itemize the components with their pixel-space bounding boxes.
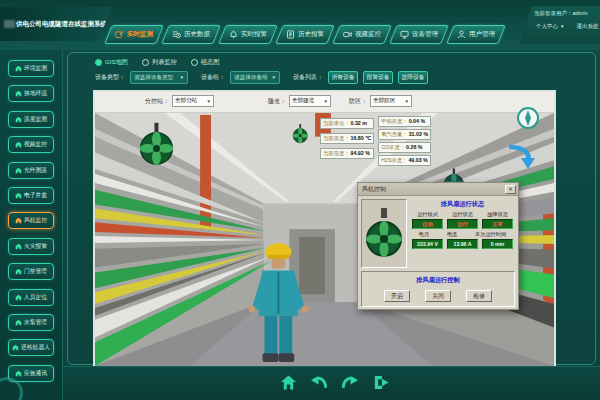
tab-video-monitor[interactable]: 视频监控 bbox=[332, 25, 392, 44]
sidebar-item-manhole-cover[interactable]: 电子井盖 bbox=[8, 187, 54, 204]
button-label: 故障设备 bbox=[401, 73, 424, 82]
video-monitor-icon bbox=[343, 30, 352, 39]
sidebar-item-label: 环境监测 bbox=[24, 64, 47, 73]
button-label: 报警设备 bbox=[366, 73, 389, 82]
sidebar-item-label: 电子井盖 bbox=[24, 191, 47, 200]
sidebar-item-inspection-robot[interactable]: 巡检机器人 bbox=[8, 339, 54, 356]
device-type-select[interactable]: 请选择设备类型▼ bbox=[130, 71, 188, 84]
tab-label: 视频监控 bbox=[355, 30, 381, 39]
logout-link[interactable]: 退出系统 bbox=[576, 23, 598, 30]
fault-devices-button[interactable]: 故障设备 bbox=[398, 71, 428, 84]
zone-label: 防区： bbox=[349, 97, 367, 106]
sidebar-item-personnel-location[interactable]: 人员定位 bbox=[8, 289, 54, 306]
user-box: 当前登录用户：admin 个人中心 ▼ 退出系统 bbox=[520, 6, 600, 44]
chevron-down-icon: ▼ bbox=[207, 99, 211, 104]
tunnel-select[interactable]: 全部隧道▼ bbox=[289, 95, 331, 107]
station-select[interactable]: 全部分站▼ bbox=[172, 95, 214, 107]
redacted-company-name bbox=[4, 20, 15, 28]
select-value: 全部隧道 bbox=[292, 97, 314, 105]
close-icon[interactable]: ✕ bbox=[505, 185, 516, 194]
humidity-readout: 当前湿度：94.92 % bbox=[320, 148, 374, 159]
fault-state-header: 故障状态 bbox=[487, 211, 508, 218]
view-mode-radios: GIS地图 列表监控 组态图 bbox=[95, 58, 219, 67]
fan-stop-button[interactable]: 关闭 bbox=[425, 290, 451, 302]
sidebar-item-label: 巡检机器人 bbox=[21, 343, 50, 352]
sidebar-item-label: 温度监测 bbox=[24, 115, 47, 124]
house-icon bbox=[15, 65, 22, 72]
zone-select[interactable]: 全部防区▼ bbox=[370, 95, 412, 107]
h2s-readout: H2S浓度：49.03 % bbox=[378, 155, 431, 166]
tab-label: 实时监测 bbox=[127, 30, 153, 39]
personal-center-link[interactable]: 个人中心 bbox=[536, 23, 558, 30]
liquid-level-readout: 当前液位：0.32 m bbox=[320, 118, 374, 129]
sidebar-item-label: 风机监控 bbox=[24, 216, 47, 225]
sidebar-item-water-pump[interactable]: 水泵管理 bbox=[8, 314, 54, 331]
sidebar-item-temperature[interactable]: 温度监测 bbox=[8, 111, 54, 128]
tab-label: 设备管理 bbox=[412, 30, 438, 39]
tab-user-manage[interactable]: 用户管理 bbox=[446, 25, 506, 44]
history-data-icon bbox=[172, 30, 181, 39]
readout-value: 49.03 % bbox=[408, 157, 427, 164]
house-icon bbox=[15, 319, 22, 326]
temperature-readout: 当前温度：16.80 ℃ bbox=[320, 133, 374, 144]
readout-label: 当前温度： bbox=[323, 135, 349, 142]
device-type-label: 设备类型： bbox=[95, 73, 125, 82]
sidebar: 环境监测 接地环流 温度监测 视频监控 光纤测温 电子井盖 风机监控 火灾报警 … bbox=[0, 50, 63, 400]
tab-realtime-alarm[interactable]: 实时报警 bbox=[218, 25, 278, 44]
select-value: 全部分站 bbox=[175, 97, 197, 105]
compass-control[interactable] bbox=[516, 106, 540, 130]
all-devices-button[interactable]: 所有设备 bbox=[328, 71, 358, 84]
current-led: 13.96 A bbox=[447, 239, 478, 249]
tab-label: 历史报警 bbox=[298, 30, 324, 39]
readout-value: 0.32 m bbox=[350, 120, 367, 127]
device-group-select[interactable]: 请选择设备组▼ bbox=[230, 71, 280, 84]
sidebar-item-environment[interactable]: 环境监测 bbox=[8, 60, 54, 77]
dialog-title-bar[interactable]: 风机控制 ✕ bbox=[358, 183, 518, 196]
radio-gis-map[interactable]: GIS地图 bbox=[95, 58, 128, 67]
readout-label: 当前液位： bbox=[323, 120, 349, 127]
exit-icon[interactable] bbox=[372, 374, 390, 391]
back-icon[interactable] bbox=[310, 374, 328, 391]
control-heading: 排风扇运行控制 bbox=[416, 276, 459, 285]
sidebar-item-fiber-temp[interactable]: 光纤测温 bbox=[8, 162, 54, 179]
alarm-devices-button[interactable]: 报警设备 bbox=[363, 71, 393, 84]
sidebar-item-ground-current[interactable]: 接地环流 bbox=[8, 85, 54, 102]
house-icon bbox=[15, 141, 22, 148]
sidebar-item-fire-alarm[interactable]: 火灾报警 bbox=[8, 238, 54, 255]
readout-label: 甲烷浓度： bbox=[381, 118, 407, 125]
voltage-led: 222.94 V bbox=[412, 239, 443, 249]
user-manage-icon bbox=[457, 30, 466, 39]
tab-history-data[interactable]: 历史数据 bbox=[161, 25, 221, 44]
fan-start-button[interactable]: 开启 bbox=[384, 290, 410, 302]
home-icon[interactable] bbox=[280, 374, 297, 391]
station-label: 分控站： bbox=[145, 97, 169, 106]
house-icon bbox=[12, 344, 19, 351]
radio-scada-view[interactable]: 组态图 bbox=[191, 58, 220, 67]
sidebar-item-label: 人员定位 bbox=[24, 293, 47, 302]
fan-maintain-button[interactable]: 检修 bbox=[466, 290, 492, 302]
filter-bar: 分控站： 全部分站▼ 隧道： 全部隧道▼ 防区： 全部防区▼ bbox=[95, 92, 554, 113]
sidebar-item-access-control[interactable]: 门禁管理 bbox=[8, 263, 54, 280]
house-icon bbox=[15, 90, 22, 97]
sidebar-item-label: 接地环流 bbox=[24, 89, 47, 98]
device-manage-icon bbox=[400, 30, 409, 39]
runtime-header: 本次运行时间 bbox=[475, 231, 506, 238]
tab-realtime-monitor[interactable]: 实时监测 bbox=[104, 25, 164, 44]
sidebar-item-video[interactable]: 视频监控 bbox=[8, 136, 54, 153]
forward-icon[interactable] bbox=[341, 374, 359, 391]
readout-label: H2S浓度： bbox=[381, 157, 407, 164]
run-mode-led: 自动 bbox=[412, 219, 443, 229]
sidebar-item-fan-monitor[interactable]: 风机监控 bbox=[8, 212, 54, 229]
house-icon bbox=[15, 217, 22, 224]
radio-list-monitor[interactable]: 列表监控 bbox=[142, 58, 177, 67]
house-icon bbox=[15, 370, 22, 377]
voltage-header: 电压 bbox=[419, 231, 429, 238]
blue-curved-arrow-icon bbox=[505, 142, 535, 170]
current-user-status: 当前登录用户：admin bbox=[534, 10, 597, 17]
tab-device-manage[interactable]: 设备管理 bbox=[389, 25, 449, 44]
telemetry-left-column: 当前液位：0.32 m 当前温度：16.80 ℃ 当前湿度：94.92 % bbox=[320, 118, 374, 166]
tab-history-alarm[interactable]: 历史报警 bbox=[275, 25, 335, 44]
rotate-view-control[interactable] bbox=[505, 142, 535, 170]
house-icon bbox=[15, 116, 22, 123]
sidebar-item-label: 水泵管理 bbox=[24, 318, 47, 327]
